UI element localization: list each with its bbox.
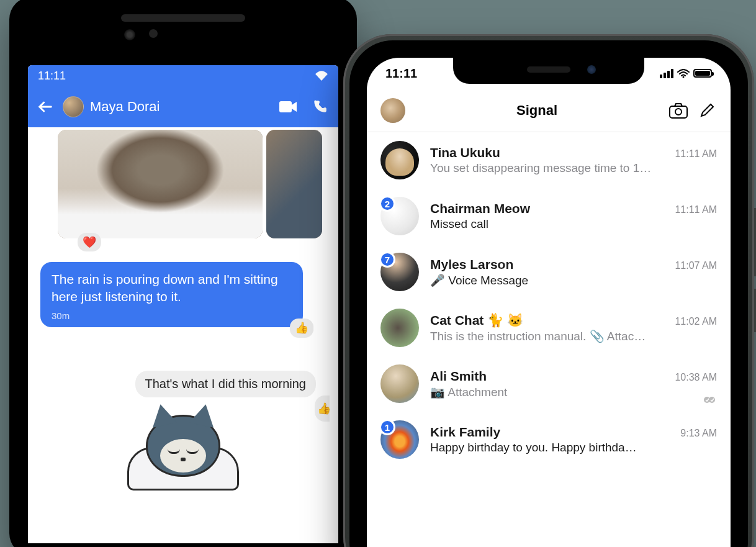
image-message-group[interactable]: 55m ❤️ — [58, 130, 326, 238]
chat-subtitle: Happy birthday to you. Happy birthda… — [430, 441, 717, 454]
wifi-icon — [315, 70, 328, 81]
incoming-message[interactable]: That's what I did this morning — [135, 371, 317, 397]
unread-badge: 7 — [379, 251, 395, 268]
chat-time: 11:11 AM — [675, 148, 717, 160]
incoming-message-row: That's what I did this morning — [40, 371, 326, 397]
video-call-button[interactable] — [276, 100, 301, 114]
svg-rect-2 — [670, 106, 687, 118]
chat-time: 9:13 AM — [680, 428, 717, 439]
voice-call-button[interactable] — [307, 99, 332, 115]
wifi-icon — [677, 69, 690, 78]
chat-avatar[interactable]: 2 — [380, 197, 419, 235]
chat-row[interactable]: 7Myles Larson11:07 AM🎤 Voice Message — [367, 244, 731, 300]
status-time: 11:11 — [38, 70, 66, 83]
chat-text: Ali Smith10:38 AM📷 Attachment — [430, 369, 717, 399]
contact-name[interactable]: Maya Dorai — [90, 99, 270, 115]
image-attachment[interactable] — [58, 130, 263, 238]
chat-subtitle: 📷 Attachment — [430, 385, 717, 399]
chat-list: Tina Ukuku11:11 AMYou set disappearing m… — [367, 132, 731, 468]
android-status-bar: 11:11 — [28, 65, 338, 86]
unread-badge: 2 — [379, 196, 395, 212]
heart-reaction[interactable]: ❤️ — [78, 233, 101, 251]
chat-time: 10:38 AM — [675, 372, 717, 383]
svg-rect-0 — [279, 101, 292, 112]
android-camera-icon — [124, 29, 135, 40]
chat-row[interactable]: 1Kirk Family9:13 AMHappy birthday to you… — [367, 412, 731, 468]
partial-reaction-icon: 👍 — [315, 396, 330, 422]
chat-text: Tina Ukuku11:11 AMYou set disappearing m… — [430, 145, 717, 175]
contact-avatar[interactable] — [63, 96, 84, 117]
chat-avatar[interactable]: 7 — [380, 253, 419, 291]
iphone-screen: 11:11 Signal Tina Ukuku11:11 AMYou s — [367, 58, 731, 547]
android-screen: 11:11 Maya Dorai 55m — [28, 65, 338, 543]
chat-avatar[interactable] — [380, 141, 419, 179]
chat-text: Myles Larson11:07 AM🎤 Voice Message — [430, 257, 717, 287]
chat-avatar[interactable]: 1 — [380, 420, 419, 459]
image-timestamp: 55m — [297, 220, 317, 232]
svg-point-3 — [675, 109, 682, 115]
profile-avatar[interactable] — [380, 98, 405, 123]
chat-avatar[interactable] — [380, 364, 419, 403]
chat-avatar[interactable] — [380, 309, 419, 347]
app-title: Signal — [414, 102, 660, 119]
android-phone-frame: 11:11 Maya Dorai 55m — [9, 0, 357, 547]
chat-header: Maya Dorai — [28, 86, 338, 127]
unread-badge: 1 — [379, 419, 395, 435]
chat-subtitle: This is the instruction manual. 📎 Attac… — [430, 329, 717, 343]
sticker-message[interactable] — [40, 410, 326, 490]
chat-time: 11:02 AM — [675, 316, 717, 327]
thumbs-up-reaction[interactable]: 👍 — [290, 319, 313, 337]
back-button[interactable] — [34, 98, 56, 115]
status-time: 11:11 — [385, 66, 417, 81]
chat-body: 55m ❤️ The rain is pouring down and I'm … — [28, 127, 338, 493]
outgoing-message[interactable]: The rain is pouring down and I'm sitting… — [40, 262, 326, 327]
chat-name: Myles Larson — [430, 257, 513, 272]
chat-time: 11:07 AM — [675, 260, 717, 271]
compose-button[interactable] — [697, 102, 717, 119]
android-sensor-icon — [149, 29, 158, 38]
iphone-status-bar: 11:11 — [367, 58, 731, 89]
svg-point-1 — [683, 76, 685, 78]
chat-subtitle: Missed call — [430, 217, 717, 231]
android-speaker — [121, 14, 245, 22]
chat-row[interactable]: Cat Chat 🐈 🐱11:02 AMThis is the instruct… — [367, 300, 731, 356]
cat-sticker-icon — [127, 410, 239, 490]
chat-subtitle: You set disappearing message time to 1… — [430, 161, 717, 175]
svg-point-5 — [709, 397, 715, 403]
chat-name: Cat Chat 🐈 🐱 — [430, 313, 523, 328]
camera-button[interactable] — [668, 102, 688, 119]
iphone-frame: 11:11 Signal Tina Ukuku11:11 AMYou s — [343, 34, 754, 547]
chat-row[interactable]: 2Chairman Meow11:11 AMMissed call — [367, 188, 731, 244]
app-header: Signal — [367, 89, 731, 132]
message-bubble: The rain is pouring down and I'm sitting… — [40, 262, 303, 327]
message-text: The rain is pouring down and I'm sitting… — [52, 271, 292, 306]
battery-icon — [693, 69, 712, 78]
chat-name: Tina Ukuku — [430, 145, 500, 160]
chat-name: Kirk Family — [430, 425, 500, 440]
chat-text: Chairman Meow11:11 AMMissed call — [430, 201, 717, 231]
chat-name: Chairman Meow — [430, 201, 530, 216]
chat-time: 11:11 AM — [675, 204, 717, 215]
message-timestamp: 30m — [52, 310, 292, 322]
chat-subtitle: 🎤 Voice Message — [430, 273, 717, 287]
chat-text: Cat Chat 🐈 🐱11:02 AMThis is the instruct… — [430, 313, 717, 343]
read-receipt-icon — [703, 396, 717, 404]
chat-name: Ali Smith — [430, 369, 487, 384]
chat-text: Kirk Family9:13 AMHappy birthday to you.… — [430, 425, 717, 454]
chat-row[interactable]: Tina Ukuku11:11 AMYou set disappearing m… — [367, 132, 731, 188]
image-attachment[interactable]: 55m — [266, 130, 322, 238]
chat-row[interactable]: Ali Smith10:38 AM📷 Attachment — [367, 356, 731, 412]
cellular-icon — [660, 69, 673, 78]
